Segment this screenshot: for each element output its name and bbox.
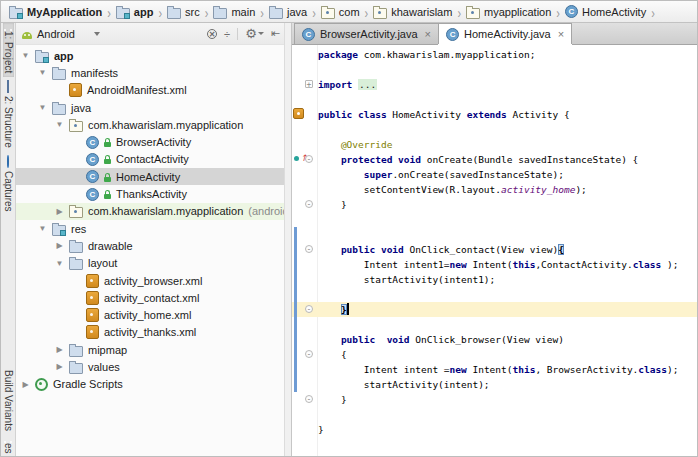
settings-gear-icon[interactable]: ⚙ [245,26,264,41]
tree-row-com-khawarislam-myapplication[interactable]: ▼com.khawarislam.myapplication [16,116,284,133]
breadcrumb-item-main[interactable]: main [211,5,257,19]
expand-arrow-icon[interactable]: ▼ [55,120,64,129]
tree-row-activity-thanks-xml[interactable]: activity_thanks.xml [16,324,284,341]
expand-arrow-icon[interactable]: ▼ [55,259,64,268]
breadcrumb-item-khawarislam[interactable]: khawarislam [371,5,454,19]
breadcrumb-item-src[interactable]: src [165,5,202,19]
code-editor[interactable]: package com.khawarislam.myapplication;+i… [292,45,698,457]
code-line[interactable]: public void OnClick_browser(View view) [292,332,698,347]
code-line[interactable] [292,122,698,137]
collapse-arrow-icon[interactable]: ▶ [55,207,64,216]
tool-button-es[interactable]: es [3,435,14,457]
tool-button-1-project[interactable]: 1: Project [3,23,14,77]
breadcrumb-separator-icon: › [651,3,655,20]
code-line[interactable]: Intent intent1=new Intent(this,ContactAc… [292,257,698,272]
code-line[interactable] [292,212,698,227]
code-line[interactable] [292,92,698,107]
lock-icon [104,159,111,164]
tree-row-mipmap[interactable]: ▶mipmap [16,341,284,358]
tree-row-activity-home-xml[interactable]: activity_home.xml [16,306,284,323]
tree-row-drawable[interactable]: ▶drawable [16,237,284,254]
expand-arrow-icon[interactable]: ▼ [38,68,47,77]
code-line[interactable] [292,227,698,242]
hide-panel-icon[interactable]: ⇤ [271,27,280,40]
tool-button-captures[interactable]: Captures [3,152,14,216]
fold-collapse-icon[interactable]: - [305,395,313,403]
android-component-gutter-icon[interactable] [293,108,304,119]
source-folder-icon [269,8,283,19]
collapse-arrow-icon[interactable]: ▶ [55,362,64,371]
fold-expand-icon[interactable]: + [305,80,313,88]
fold-collapse-icon[interactable]: - [305,350,313,358]
code-line[interactable]: startActivity(intent); [292,377,698,392]
collapse-arrow-icon[interactable]: ▶ [21,380,30,389]
tree-row-thanksactivity[interactable]: CThanksActivity [16,185,284,202]
tree-row-homeactivity[interactable]: CHomeActivity [16,168,284,185]
tree-row-contactactivity[interactable]: CContactActivity [16,151,284,168]
tab-browseractivity-java[interactable]: CBrowserActivity.java× [294,23,439,44]
collapse-all-icon[interactable]: ÷ [224,28,230,40]
tree-row-androidmanifest-xml[interactable]: AndroidManifest.xml [16,82,284,99]
tool-button-2-structure[interactable]: 2: Structure [3,77,14,152]
tree-row-browseractivity[interactable]: CBrowserActivity [16,133,284,150]
tree-row-com-khawarislam-myapplication[interactable]: ▶com.khawarislam.myapplication (androidT… [16,203,284,220]
collapse-arrow-icon[interactable]: ▶ [55,241,64,250]
tool-button-label: 2: Structure [3,96,14,148]
code-line[interactable]: ↑- protected void onCreate(Bundle savedI… [292,152,698,167]
code-line[interactable]: package com.khawarislam.myapplication; [292,47,698,62]
breadcrumb-item-homeactivity[interactable]: CHomeActivity [563,5,648,18]
code-line[interactable]: setContentView(R.layout.activity_home); [292,182,698,197]
folder-icon [52,104,66,115]
code-line[interactable]: } [292,422,698,437]
code-line[interactable]: - } [292,197,698,212]
breadcrumb-item-java[interactable]: java [267,5,309,19]
code-line[interactable]: +import ... [292,77,698,92]
tree-row-values[interactable]: ▶values [16,358,284,375]
breadcrumb-item-myapplication[interactable]: myapplication [464,5,553,19]
fold-collapse-icon[interactable]: - [305,200,313,208]
code-line[interactable]: @Override [292,137,698,152]
breadcrumb-item-myapplication[interactable]: MyApplication [7,5,104,19]
breadcrumb: MyApplication›app›src›main›java›com›khaw… [1,1,698,23]
code-line[interactable] [292,287,698,302]
code-line[interactable]: super.onCreate(savedInstanceState); [292,167,698,182]
code-line[interactable] [292,317,698,332]
tab-homeactivity-java[interactable]: CHomeActivity.java× [438,23,572,44]
tree-row-label: mipmap [88,344,127,356]
code-line[interactable] [292,62,698,77]
code-line[interactable]: - } [292,302,698,317]
expand-arrow-icon[interactable]: ▼ [38,224,47,233]
code-line[interactable]: Intent intent =new Intent(this, BrowserA… [292,362,698,377]
locate-icon[interactable]: ✕ [207,29,217,39]
fold-collapse-icon[interactable]: - [305,305,313,313]
tab-label: BrowserActivity.java [320,28,418,40]
code-line[interactable]: public class HomeActivity extends Activi… [292,107,698,122]
breadcrumb-item-app[interactable]: app [114,5,156,19]
code-line[interactable]: startActivity(intent1); [292,272,698,287]
tree-row-app[interactable]: ▼app [16,47,284,64]
code-line[interactable] [292,407,698,422]
panel-splitter[interactable] [284,23,292,457]
close-icon[interactable]: × [425,28,431,40]
expand-arrow-icon[interactable]: ▼ [38,103,47,112]
fold-collapse-icon[interactable]: - [305,155,313,163]
tree-row-activity-contact-xml[interactable]: activity_contact.xml [16,289,284,306]
tree-row-res[interactable]: ▼res [16,220,284,237]
tree-row-layout[interactable]: ▼layout [16,255,284,272]
code-line[interactable]: - { [292,347,698,362]
tree-row-gradle-scripts[interactable]: ▶Gradle Scripts [16,376,284,393]
tool-button-build-variants[interactable]: Build Variants [3,366,14,435]
code-line[interactable]: - public void OnClick_contact(View view)… [292,242,698,257]
project-scope-dropdown[interactable]: Android [22,28,100,40]
code-line[interactable]: - } [292,392,698,407]
collapse-arrow-icon[interactable]: ▶ [55,345,64,354]
breadcrumb-separator-icon: › [365,3,369,20]
breadcrumb-item-com[interactable]: com [319,5,362,19]
class-icon: C [565,5,578,18]
expand-arrow-icon[interactable]: ▼ [21,51,30,60]
fold-collapse-icon[interactable]: - [305,245,313,253]
tree-row-activity-browser-xml[interactable]: activity_browser.xml [16,272,284,289]
tree-row-manifests[interactable]: ▼manifests [16,64,284,81]
close-icon[interactable]: × [558,28,564,40]
tree-row-java[interactable]: ▼java [16,99,284,116]
